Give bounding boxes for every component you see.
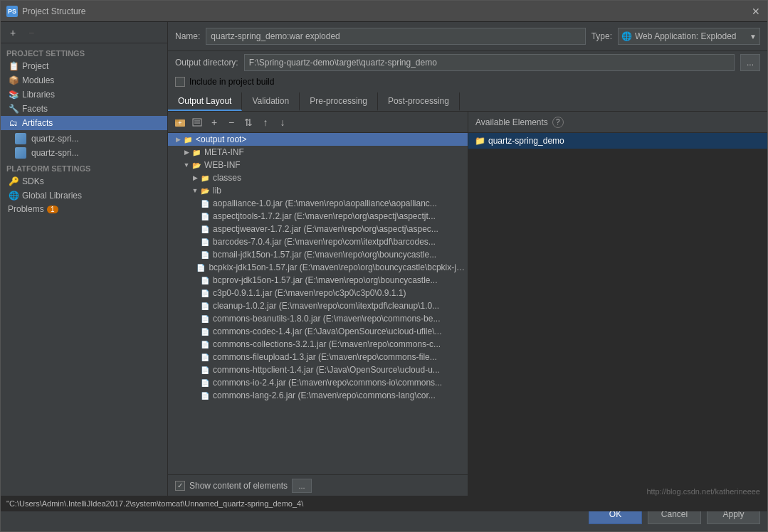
output-item-jar9[interactable]: 📄 cleanup-1.0.2.jar (E:\maven\repo\com\i… [168,299,468,312]
sort-button[interactable]: ⇅ [241,115,256,130]
output-item-text: <output root> [196,134,246,144]
available-item-quartz[interactable]: 📁 quartz-spring_demo [468,133,767,149]
output-item-webinf[interactable]: ▼ 📂 WEB-INF [168,159,468,171]
output-item-text: classes [213,173,241,183]
jar-icon: 📄 [199,198,211,208]
available-header: Available Elements ? [468,112,767,133]
output-item-text: bcprov-jdk15on-1.57.jar (E:\maven\repo\o… [213,275,438,285]
output-item-jar13[interactable]: 📄 commons-fileupload-1.3.jar (E:\maven\r… [168,351,468,363]
tab-postprocessing[interactable]: Post-processing [378,92,460,111]
root-arrow: ▶ [174,135,182,144]
output-item-classes[interactable]: ▶ 📁 classes [168,171,468,184]
sidebar-item-label: Modules [22,75,54,85]
output-item-jar7[interactable]: 📄 bcprov-jdk15on-1.57.jar (E:\maven\repo… [168,274,468,287]
app-icon-text: PS [8,8,16,15]
output-item-jar2[interactable]: 📄 aspectjtools-1.7.2.jar (E:\maven\repo\… [168,210,468,223]
name-input[interactable] [206,28,585,45]
output-item-text: lib [213,186,221,196]
metainf-folder-icon: 📁 [191,147,202,157]
add-button[interactable]: + [5,25,21,41]
output-item-jar11[interactable]: 📄 commons-codec-1.4.jar (E:\Java\OpenSou… [168,325,468,338]
bottom-bar: Show content of elements ... [168,474,468,496]
output-item-text: commons-beanutils-1.8.0.jar (E:\maven\re… [213,314,440,324]
output-item-jar15[interactable]: 📄 commons-io-2.4.jar (E:\maven\repo\comm… [168,376,468,389]
sidebar-item-artifacts[interactable]: 🗂 Artifacts [1,116,167,130]
project-structure-dialog: PS Project Structure ✕ + − Project Setti… [0,0,768,532]
output-item-text: commons-lang-2.6.jar (E:\maven\repo\comm… [213,390,436,400]
more-button[interactable]: ... [292,479,312,493]
sidebar-item-project[interactable]: 📋 Project [1,59,167,73]
output-item-jar10[interactable]: 📄 commons-beanutils-1.8.0.jar (E:\maven\… [168,312,468,325]
available-item-label: quartz-spring_demo [488,136,564,146]
remove-button[interactable]: − [23,25,39,41]
project-settings-label: Project Settings [1,45,167,59]
include-checkbox[interactable] [175,77,185,87]
folder-plus-icon: + [174,117,186,128]
jar-icon: 📄 [199,288,211,298]
show-content-checkbox[interactable] [175,481,185,491]
jar-icon: 📄 [199,390,211,400]
help-button[interactable]: ? [552,117,564,128]
name-label: Name: [175,31,200,41]
output-dir-input[interactable] [244,54,735,71]
move-down-button[interactable]: ↓ [275,115,290,130]
output-item-jar14[interactable]: 📄 commons-httpclient-1.4.jar (E:\Java\Op… [168,363,468,376]
jar-icon: 📄 [199,275,211,285]
classes-folder-icon: 📁 [199,173,211,183]
global-libraries-icon: 🌐 [8,190,19,201]
available-tree: 📁 quartz-spring_demo [468,133,767,496]
jar-icon: 📄 [199,378,211,388]
problems-badge: 1 [47,206,58,213]
output-item-lib[interactable]: ▼ 📂 lib [168,184,468,197]
sidebar-item-global-libraries[interactable]: 🌐 Global Libraries [1,188,167,203]
main-content: + − Project Settings 📋 Project 📦 Modules… [1,22,767,496]
metainf-arrow: ▶ [182,148,191,156]
libraries-icon: 📚 [8,89,19,100]
output-item-text: aopalliance-1.0.jar (E:\maven\repo\aopal… [213,198,437,208]
sidebar-item-facets[interactable]: 🔧 Facets [1,102,167,116]
tab-preprocessing[interactable]: Pre-processing [300,92,378,111]
modules-icon: 📦 [8,75,19,86]
browse-button[interactable]: ... [740,54,760,71]
output-item-root[interactable]: ▶ 📁 <output root> [168,133,468,146]
sidebar-item-modules[interactable]: 📦 Modules [1,73,167,87]
left-panel: + − Project Settings 📋 Project 📦 Modules… [1,22,168,496]
tree-item-quartz2[interactable]: quartz-spri... [11,146,167,160]
output-item-jar4[interactable]: 📄 barcodes-7.0.4.jar (E:\maven\repo\com\… [168,235,468,248]
available-elements-title: Available Elements [475,117,548,127]
output-item-text: commons-fileupload-1.3.jar (E:\maven\rep… [213,352,437,362]
output-item-jar16[interactable]: 📄 commons-lang-2.6.jar (E:\maven\repo\co… [168,389,468,402]
output-item-jar12[interactable]: 📄 commons-collections-3.2.1.jar (E:\mave… [168,338,468,351]
output-item-jar6[interactable]: 📄 bcpkix-jdk15on-1.57.jar (E:\maven\repo… [168,261,468,274]
tree-item-label: quartz-spri... [31,134,79,144]
type-dropdown[interactable]: 🌐 Web Application: Exploded ▼ [618,28,760,45]
output-item-metainf[interactable]: ▶ 📁 META-INF [168,146,468,159]
output-toolbar-icon2[interactable] [189,115,205,130]
sidebar-item-sdks[interactable]: 🔑 SDKs [1,174,167,188]
move-up-button[interactable]: ↑ [258,115,273,130]
output-item-text: aspectjweaver-1.7.2.jar (E:\maven\repo\o… [213,224,438,234]
jar-icon: 📄 [199,224,211,234]
webinf-folder-icon: 📂 [191,160,202,170]
output-item-text: aspectjtools-1.7.2.jar (E:\maven\repo\or… [213,211,436,221]
add-element-button[interactable]: + [206,115,222,130]
output-item-jar5[interactable]: 📄 bcmail-jdk15on-1.57.jar (E:\maven\repo… [168,248,468,261]
output-toolbar-icon1[interactable]: + [172,115,188,130]
output-item-jar1[interactable]: 📄 aopalliance-1.0.jar (E:\maven\repo\aop… [168,197,468,210]
type-label: Type: [591,31,612,41]
output-dir-row: Output directory: ... [168,51,767,74]
output-item-jar3[interactable]: 📄 aspectjweaver-1.7.2.jar (E:\maven\repo… [168,223,468,235]
jar-icon: 📄 [199,339,211,349]
sidebar-item-libraries[interactable]: 📚 Libraries [1,87,167,102]
output-item-jar8[interactable]: 📄 c3p0-0.9.1.1.jar (E:\maven\repo\c3p0\c… [168,287,468,299]
jar-icon: 📄 [195,262,206,272]
remove-element-button[interactable]: − [223,115,239,130]
output-item-text: c3p0-0.9.1.1.jar (E:\maven\repo\c3p0\c3p… [213,288,406,298]
problems-row[interactable]: Problems 1 [1,203,167,216]
tree-item-quartz1[interactable]: quartz-spri... [11,132,167,146]
output-item-text: barcodes-7.0.4.jar (E:\maven\repo\com\it… [213,237,436,247]
tab-output-layout[interactable]: Output Layout [168,92,242,111]
tab-validation[interactable]: Validation [242,92,300,111]
close-button[interactable]: ✕ [750,6,762,17]
output-item-text: commons-codec-1.4.jar (E:\Java\OpenSourc… [213,326,441,336]
